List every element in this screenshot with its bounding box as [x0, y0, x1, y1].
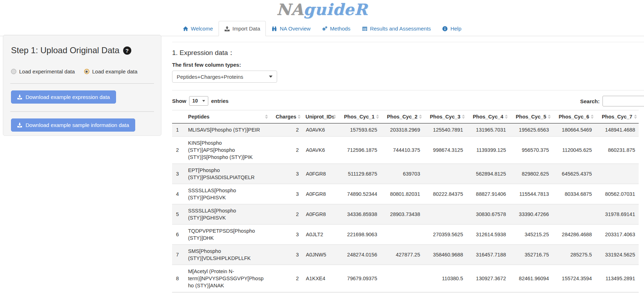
tab-na-overview[interactable]: NA Overview [266, 21, 316, 36]
radio-label: Load experimental data [19, 68, 75, 74]
cell-charge: 2 [270, 265, 302, 292]
column-header-phos_cyc_6[interactable]: Phos_Cyc_6 [552, 110, 595, 123]
app-logo-guider: guideR [303, 0, 368, 18]
sort-arrows-icon [634, 115, 637, 119]
cell-row-number: 8 [172, 265, 185, 292]
tab-results-assessments[interactable]: Results and Assessments [356, 21, 437, 36]
cell-phos-cyc-2 [381, 225, 424, 245]
cell-phos-cyc-1: 221698.9063 [338, 225, 381, 245]
cell-phos-cyc-6: 80334.6875 [552, 184, 595, 204]
column-header-phos_cyc_2[interactable]: Phos_Cyc_2 [381, 110, 424, 123]
column-types-label: The first few column types: [172, 62, 644, 68]
cell-phos-cyc-7: 31978.69141 [595, 204, 639, 225]
table-row: 4SSSSLLAS[Phospho (STY)]PGHISVK3A0FGR874… [172, 184, 639, 204]
cell-phos-cyc-5: 829802.625 [510, 164, 552, 184]
cell-peptide: MLISAVS[Phospho (STY)]PEIR [185, 123, 270, 137]
cell-phos-cyc-6: 1120045.625 [552, 137, 595, 164]
cell-phos-cyc-4: 316457.7188 [467, 245, 510, 265]
cell-uniprot: A0JNW5 [302, 245, 338, 265]
page-length-control: Show 10 entries [172, 96, 644, 106]
tab-help[interactable]: Help [436, 21, 467, 36]
column-header-phos_cyc_7[interactable]: Phos_Cyc_7 [595, 110, 639, 123]
radio-load-experimental-data[interactable]: Load experimental data [11, 68, 75, 74]
download-expression-data-button[interactable]: Download example expression data [11, 90, 116, 104]
column-types-value: Peptides+Charges+Proteins [177, 74, 243, 80]
tab-import-data[interactable]: Import Data [219, 21, 266, 36]
column-types-select[interactable]: Peptides+Charges+Proteins [172, 71, 277, 83]
cell-phos-cyc-4: 131965.7031 [467, 123, 510, 137]
cell-phos-cyc-2: 427877.25 [381, 245, 424, 265]
column-header-uniprot_ids[interactable]: Uniprot_IDs [302, 110, 338, 123]
tab-methods[interactable]: Methods [316, 21, 356, 36]
cell-phos-cyc-5: 352716.75 [510, 245, 552, 265]
column-header-label: Phos_Cyc_4 [473, 114, 503, 120]
search-input[interactable] [602, 96, 644, 106]
cell-charge: 3 [270, 245, 302, 265]
cell-phos-cyc-4: 130927.3672 [467, 265, 510, 292]
cell-phos-cyc-2: 639703 [381, 164, 424, 184]
cell-phos-cyc-5: 82461.96094 [510, 265, 552, 292]
cell-phos-cyc-5: 956570.375 [510, 137, 552, 164]
cell-phos-cyc-1: 157593.625 [338, 123, 381, 137]
divider [172, 42, 644, 42]
cell-peptide: M[Acetyl (Protein N-term)]NPVYSPGSSGVPY[… [185, 265, 270, 292]
column-header-label: Phos_Cyc_3 [430, 114, 460, 120]
column-header-phos_cyc_1[interactable]: Phos_Cyc_1 [338, 110, 381, 123]
tab-label: Welcome [191, 25, 213, 32]
cell-charge: 3 [270, 184, 302, 204]
tab-label: Results and Assessments [370, 25, 431, 32]
table-header-row: PeptidesChargesUniprot_IDsPhos_Cyc_1Phos… [172, 110, 639, 123]
table-controls: Show 10 entries Search: [172, 96, 644, 108]
cell-peptide: SSSSLLAS[Phospho (STY)]PGHISVK [185, 184, 270, 204]
table-row: 8M[Acetyl (Protein N-term)]NPVYSPGSSGVPY… [172, 265, 639, 292]
page-length-select[interactable]: 10 [189, 96, 208, 106]
cell-phos-cyc-4: 1139399.125 [467, 137, 510, 164]
cell-phos-cyc-4: 88827.91406 [467, 184, 510, 204]
caret-down-icon [269, 76, 273, 78]
column-header-phos_cyc_3[interactable]: Phos_Cyc_3 [424, 110, 467, 123]
cell-peptide: EPT[Phospho (STY)]PSIASDISLPIATQELR [185, 164, 270, 184]
panel-title-text: Step 1: Upload Original Data [11, 45, 120, 55]
sort-arrows-icon [462, 115, 465, 119]
main-nav: Welcome Import Data NA Overview Methods … [0, 21, 644, 36]
app-logo-na: NA [276, 0, 303, 18]
upload-icon [224, 26, 230, 32]
download-sample-information-button[interactable]: Download example sample information data [11, 118, 135, 132]
cell-phos-cyc-2 [381, 265, 424, 292]
column-header-charges[interactable]: Charges [270, 110, 302, 123]
button-label: Download example expression data [26, 94, 110, 100]
sort-arrows-icon [419, 115, 422, 119]
table-row: 6TQDPVPPETPSDS[Phospho (STY)]DHK3A0JLT22… [172, 225, 639, 245]
column-header-phos_cyc_5[interactable]: Phos_Cyc_5 [510, 110, 552, 123]
cell-row-number: 7 [172, 245, 185, 265]
cell-charge: 3 [270, 225, 302, 245]
cell-phos-cyc-4: 562894.8125 [467, 164, 510, 184]
column-header-phos_cyc_4[interactable]: Phos_Cyc_4 [467, 110, 510, 123]
upload-panel: Step 1: Upload Original Data ? Load expe… [3, 35, 161, 136]
table-row: 7SMS[Phospho (STY)]VDLSHIPLKDPLLFK3A0JNW… [172, 245, 639, 265]
column-header-peptides[interactable]: Peptides [185, 110, 270, 123]
question-circle-icon[interactable]: ? [123, 46, 131, 55]
column-header-label: Phos_Cyc_2 [387, 114, 417, 120]
cell-uniprot: A0FGR8 [302, 204, 338, 225]
cell-charge: 2 [270, 137, 302, 164]
cell-phos-cyc-6: 180664.5469 [552, 123, 595, 137]
cell-phos-cyc-7: 113495.2891 [595, 265, 639, 292]
cell-phos-cyc-7: 860231.875 [595, 137, 639, 164]
search-label: Search: [580, 98, 600, 104]
cell-uniprot: A0FGR8 [302, 164, 338, 184]
cell-phos-cyc-1: 79679.09375 [338, 265, 381, 292]
cell-phos-cyc-2: 203318.2969 [381, 123, 424, 137]
cell-uniprot: A0FGR8 [302, 184, 338, 204]
tab-welcome[interactable]: Welcome [177, 21, 219, 36]
tab-label: Methods [330, 25, 351, 32]
cell-phos-cyc-2: 744410.375 [381, 137, 424, 164]
cell-uniprot: A0JLT2 [302, 225, 338, 245]
column-header-rownum [172, 110, 185, 123]
table-row: 2KINS[Phospho (STY)]APS[Phospho (STY)]S[… [172, 137, 639, 164]
cell-peptide: SSSSLLAS[Phospho (STY)]PGHISVK [185, 204, 270, 225]
radio-load-example-data[interactable]: Load example data [84, 68, 138, 74]
cell-phos-cyc-1: 74890.52344 [338, 184, 381, 204]
gears-icon [322, 26, 327, 32]
column-header-label: Phos_Cyc_1 [344, 114, 374, 120]
